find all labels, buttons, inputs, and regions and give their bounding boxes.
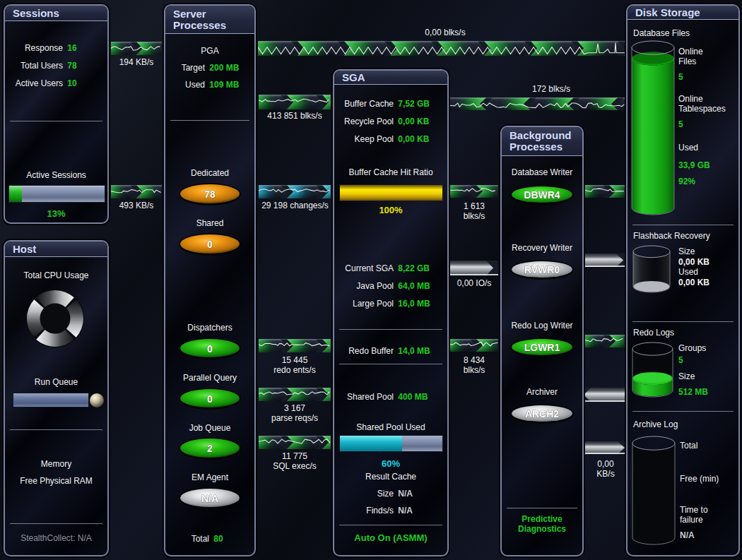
svg-text:0: 0 bbox=[207, 239, 213, 250]
svg-text:N/A: N/A bbox=[201, 493, 218, 504]
svg-text:RVWR0: RVWR0 bbox=[524, 264, 560, 275]
svg-text:0: 0 bbox=[207, 343, 213, 355]
svg-text:2: 2 bbox=[207, 443, 213, 454]
svg-text:LGWR1: LGWR1 bbox=[524, 342, 560, 353]
svg-text:DBWR4: DBWR4 bbox=[524, 189, 560, 201]
svg-text:0: 0 bbox=[207, 393, 213, 405]
svg-text:78: 78 bbox=[204, 189, 216, 200]
svg-text:ARCH2: ARCH2 bbox=[525, 408, 559, 419]
